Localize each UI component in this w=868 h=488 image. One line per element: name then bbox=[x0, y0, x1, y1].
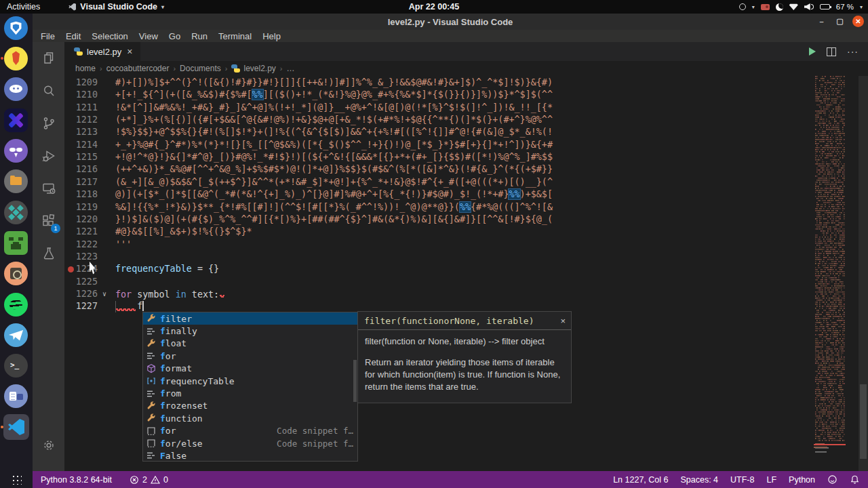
breadcrumb-item[interactable]: level2.py bbox=[231, 64, 275, 73]
code-line[interactable]: 1209#)+[])%]$+^^(}^!([&{)!#}#}}#!}[]]{[+… bbox=[64, 77, 814, 89]
code-line[interactable]: 1222''' bbox=[64, 239, 814, 251]
status-item[interactable]: Ln 1227, Col 6 bbox=[613, 475, 668, 485]
run-python-file-icon[interactable] bbox=[809, 47, 816, 56]
suggest-item-filter[interactable]: filter bbox=[143, 312, 357, 325]
suggest-item-False[interactable]: False bbox=[143, 449, 357, 462]
window-titlebar[interactable]: level2.py - Visual Studio Code – ▢ ✕ bbox=[33, 14, 868, 30]
code-line[interactable]: 1216(++^+&)}*_&%@#[^^+^&@_%]+$%$#$*)@!(]… bbox=[64, 163, 814, 176]
vertical-scrollbar[interactable] bbox=[859, 76, 868, 471]
suggest-scrollbar[interactable] bbox=[353, 360, 357, 402]
split-editor-icon[interactable] bbox=[827, 47, 836, 56]
screen-share-icon[interactable] bbox=[739, 3, 746, 10]
minimap[interactable] bbox=[814, 76, 846, 471]
do-not-disturb-icon[interactable] bbox=[776, 3, 783, 11]
line-number[interactable]: 1220 bbox=[75, 214, 98, 226]
code-line[interactable]: 1226∨for symbol in text: bbox=[64, 288, 814, 300]
code-line[interactable]: 1220}!)$]&($)@](+(#{$)_%^%_^^#][{*[)%}+[… bbox=[64, 214, 814, 226]
line-number[interactable]: 1209 bbox=[75, 77, 98, 89]
menu-terminal[interactable]: Terminal bbox=[213, 31, 257, 41]
line-number[interactable]: 1222 bbox=[75, 239, 98, 251]
code-line[interactable]: 1211!&*[^]]&#%&%!_+#&}_#}_]&^+@]%(!+!_*]… bbox=[64, 102, 814, 114]
x-app-icon[interactable] bbox=[0, 107, 33, 134]
code-line[interactable]: 1217(&_+][&_@)$&$&^[_$(++$^}]&^^*(+*!&#_… bbox=[64, 176, 814, 188]
show-applications-icon[interactable] bbox=[0, 471, 33, 488]
line-number[interactable]: 1225 bbox=[75, 276, 98, 288]
code-line[interactable]: 1219%&]!{{%*_!*}&)}$**_{*!#%[[#]!](^^$![… bbox=[64, 201, 814, 214]
line-number[interactable]: 1218 bbox=[75, 188, 98, 201]
line-number[interactable]: 1224 bbox=[75, 263, 98, 275]
testing-icon[interactable] bbox=[33, 237, 64, 270]
menu-edit[interactable]: Edit bbox=[60, 31, 86, 41]
close-icon[interactable]: × bbox=[560, 316, 566, 326]
code-line[interactable]: 1225 bbox=[64, 276, 814, 288]
line-number[interactable]: 1210 bbox=[75, 89, 98, 101]
code-line[interactable]: 1221#@}&$[[%]_&$+)$!%{(}$^$}* bbox=[64, 226, 814, 238]
status-item[interactable]: LF bbox=[766, 475, 776, 485]
speaker-app-icon[interactable] bbox=[0, 260, 33, 287]
code-line[interactable]: 1215+!@!^*@}!}&{]*#^@}_[)}#@%!_*#!$}!)[(… bbox=[64, 151, 814, 163]
breadcrumb-item[interactable]: … bbox=[287, 64, 295, 73]
line-number[interactable]: 1219 bbox=[75, 201, 98, 214]
python-interpreter-item[interactable]: Python 3.8.2 64-bit bbox=[41, 475, 112, 485]
line-number[interactable]: 1214 bbox=[75, 139, 98, 151]
menu-help[interactable]: Help bbox=[257, 31, 286, 41]
menu-file[interactable]: File bbox=[35, 31, 60, 41]
vscode-icon[interactable] bbox=[0, 414, 33, 441]
mustache-app-icon[interactable] bbox=[0, 138, 33, 165]
menu-run[interactable]: Run bbox=[186, 31, 213, 41]
kodi-icon[interactable] bbox=[0, 199, 33, 226]
maximize-button[interactable]: ▢ bbox=[834, 16, 846, 27]
line-number[interactable]: 1211 bbox=[75, 102, 98, 114]
menu-go[interactable]: Go bbox=[163, 31, 186, 41]
app-menu-button[interactable]: Visual Studio Code ▾ bbox=[68, 2, 164, 12]
suggest-item-for[interactable]: forCode snippet f… bbox=[143, 425, 357, 437]
volume-icon[interactable] bbox=[804, 3, 814, 10]
search-icon[interactable] bbox=[33, 75, 64, 107]
line-number[interactable]: 1227 bbox=[75, 300, 98, 312]
breakpoint-dot[interactable] bbox=[68, 266, 74, 272]
line-number[interactable]: 1223 bbox=[75, 251, 98, 263]
more-actions-icon[interactable]: ··· bbox=[847, 46, 859, 57]
code-line[interactable]: 1224frequencyTable = {} bbox=[64, 263, 814, 275]
code-line[interactable]: 1214+_+}%@#{_}^#*)%*(*}*![}[%_[[^@$&%)([… bbox=[64, 139, 814, 151]
suggest-item-frequencyTable[interactable]: frequencyTable bbox=[143, 375, 357, 387]
extensions-icon[interactable]: 1 bbox=[33, 205, 64, 237]
fold-chevron-icon[interactable]: ∨ bbox=[102, 288, 106, 300]
notifications-bell-icon[interactable] bbox=[850, 474, 860, 485]
brave-icon[interactable] bbox=[0, 45, 33, 73]
explorer-icon[interactable] bbox=[33, 42, 64, 75]
line-number[interactable]: 1212 bbox=[75, 114, 98, 126]
line-number[interactable]: 1217 bbox=[75, 176, 98, 188]
telegram-icon[interactable] bbox=[0, 322, 33, 349]
suggest-item-forelse[interactable]: for/elseCode snippet f… bbox=[143, 437, 357, 449]
line-number[interactable]: 1215 bbox=[75, 151, 98, 163]
suggest-item-for[interactable]: for bbox=[143, 350, 357, 362]
suggest-item-from[interactable]: from bbox=[143, 387, 357, 399]
status-item[interactable]: UTF-8 bbox=[730, 475, 754, 485]
wifi-icon[interactable] bbox=[789, 3, 798, 10]
tab-close-icon[interactable]: × bbox=[127, 47, 132, 56]
menu-view[interactable]: View bbox=[134, 31, 163, 41]
minimize-button[interactable]: – bbox=[816, 16, 827, 27]
bitwarden-icon[interactable] bbox=[0, 15, 33, 42]
files-icon[interactable] bbox=[0, 168, 33, 195]
breadcrumb-item[interactable]: Documents bbox=[180, 64, 221, 73]
code-line[interactable]: 1223 bbox=[64, 251, 814, 263]
problems-item[interactable]: 2 0 bbox=[130, 475, 168, 485]
scrollbar-handle[interactable] bbox=[860, 384, 867, 459]
source-control-icon[interactable] bbox=[33, 107, 64, 140]
line-number[interactable]: 1226 bbox=[75, 288, 98, 300]
suggest-item-frozenset[interactable]: frozenset bbox=[143, 400, 357, 412]
activities-button[interactable]: Activities bbox=[7, 2, 40, 12]
code-line[interactable]: 1218@)](+[$*_(]*$[[&@^(_*#(*&!^{+]_%)_)^… bbox=[64, 188, 814, 201]
suggest-item-float[interactable]: float bbox=[143, 338, 357, 350]
discord-icon[interactable] bbox=[0, 76, 33, 103]
breadcrumb-item[interactable]: home bbox=[75, 64, 96, 73]
code-line[interactable]: 1210+[+!_${^](+([&_%&$)#{$%#[%%][($()+!*… bbox=[64, 89, 814, 101]
line-number[interactable]: 1216 bbox=[75, 163, 98, 176]
settings-gear-icon[interactable] bbox=[33, 429, 64, 462]
line-number[interactable]: 1213 bbox=[75, 126, 98, 138]
remote-explorer-icon[interactable] bbox=[33, 172, 64, 205]
spotify-icon[interactable] bbox=[0, 291, 33, 319]
feedback-smiley-icon[interactable] bbox=[827, 474, 837, 485]
